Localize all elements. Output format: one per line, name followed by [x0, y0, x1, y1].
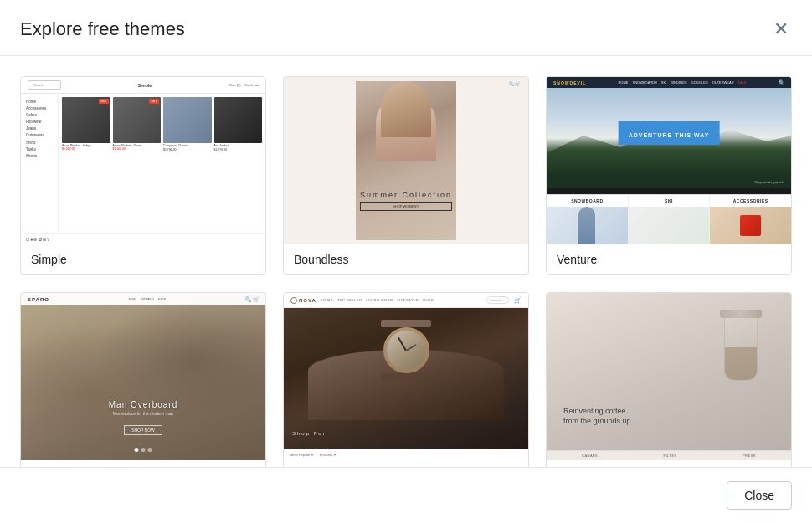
theme-preview-boundless: Bar+Co. 🔍 🛒 Summer Collection SHOP WOMEN… — [284, 77, 528, 244]
nova-nav-link: LIVING MOOD — [366, 298, 393, 302]
theme-name-simple: Simple — [21, 244, 265, 274]
sidebar-item: Shorts — [26, 153, 53, 160]
product-price: $1,100.00 — [113, 147, 162, 151]
nova-footer-link: Products ▾ — [320, 453, 336, 457]
venture-subtitle: Shop winter_jackets — [754, 180, 784, 184]
theme-card-plato[interactable]: ☰ PLATO 🔍 🛒 — [546, 292, 792, 491]
close-icon-button[interactable]: ✕ — [770, 17, 792, 42]
sidebar-item: Home — [26, 99, 53, 105]
close-x-icon: ✕ — [773, 20, 789, 38]
sparo-text-overlay: Man Overboard Marketplace for the modern… — [21, 400, 265, 435]
plato-nav-item: FILTER — [663, 454, 676, 458]
sparo-dot — [148, 448, 152, 452]
nova-nav-links: HOME TOP SELLER LIVING MOOD LIFESTYLE BL… — [321, 298, 481, 302]
venture-nav-links: HOME SNOWBOARDS SKI BINDINGS GOGGLES OUT… — [618, 80, 746, 85]
theme-preview-simple: Simple. Cart (0) · Check out Home Access… — [21, 77, 265, 244]
boundless-shop-button: SHOP WOMEN'S — [360, 202, 452, 211]
nova-footer-links: Most Popular ▾ Products ▾ — [284, 449, 528, 460]
themes-grid: Simple. Cart (0) · Check out Home Access… — [20, 76, 792, 491]
nova-hero-bg — [284, 308, 528, 449]
modal-header: Explore free themes ✕ — [0, 0, 812, 56]
venture-categories: SNOWBOARD SKI ACCESSORIES — [547, 194, 791, 207]
boundless-text-overlay: Summer Collection SHOP WOMEN'S — [360, 191, 452, 211]
venture-nav: SNOWDEVIL HOME SNOWBOARDS SKI BINDINGS G… — [547, 77, 791, 88]
product-image: SALE — [113, 97, 162, 143]
nova-logo-icon — [290, 297, 297, 304]
sparo-carousel-dots — [135, 448, 152, 452]
modal-title: Explore free themes — [20, 18, 185, 40]
modal-footer: Close — [0, 467, 812, 523]
venture-accessories-img — [710, 207, 791, 244]
sparo-bg — [21, 293, 265, 460]
nova-footer-link: Most Popular ▾ — [290, 453, 313, 457]
nova-nav-link: TOP SELLER — [337, 298, 362, 302]
simple-product: SALE Arrow Blanket - Indigo $1,300.00 — [62, 97, 110, 230]
sparo-title: Man Overboard — [21, 400, 265, 409]
product-image — [163, 97, 212, 143]
close-button[interactable]: Close — [727, 481, 792, 510]
simple-product: Compound Classic $1,786.00 — [163, 97, 212, 230]
modal-content: Simple. Cart (0) · Check out Home Access… — [0, 56, 812, 523]
venture-mountain: ADVENTURE THIS WAY Shop winter_jackets — [547, 88, 791, 188]
nova-nav-link: LIFESTYLE — [398, 298, 419, 302]
plato-product-image — [712, 310, 770, 410]
theme-card-sparo[interactable]: SPARO MEN WOMEN KIDS 🔍 🛒 — [20, 292, 266, 491]
simple-product: Ace Jacket $1,776.00 — [214, 97, 263, 230]
simple-sidebar-content: Home Accessories Colors Footwear Jeans O… — [21, 94, 265, 233]
venture-nav-link: HOME — [618, 80, 628, 85]
product-price: $1,786.00 — [163, 148, 212, 151]
sidebar-item: Tanks — [26, 146, 53, 153]
plato-bg: Reinventing coffeefrom the grounds up — [547, 293, 791, 460]
plato-tagline: Reinventing coffeefrom the grounds up — [563, 406, 631, 427]
simple-search — [28, 80, 61, 90]
theme-card-simple[interactable]: Simple. Cart (0) · Check out Home Access… — [20, 76, 266, 275]
venture-nav-link: BINDINGS — [671, 80, 686, 85]
venture-category-images — [547, 207, 791, 244]
boundless-nav-right: 🔍 🛒 — [509, 81, 520, 86]
venture-nav-link: OUTERWEAR — [712, 80, 734, 85]
product-price: $1,776.00 — [214, 148, 263, 151]
theme-preview-plato: ☰ PLATO 🔍 🛒 — [547, 293, 791, 460]
sparo-dot — [141, 448, 146, 452]
plato-nav-item: PRESS — [743, 454, 756, 458]
sale-badge: SALE — [99, 99, 109, 104]
sidebar-item: Shirts — [26, 140, 53, 146]
theme-name-venture: Venture — [547, 244, 791, 274]
theme-preview-venture: SNOWDEVIL HOME SNOWBOARDS SKI BINDINGS G… — [547, 77, 791, 244]
nova-hero: Shop For — [284, 308, 528, 449]
simple-nav-right: Cart (0) · Check out — [229, 83, 259, 87]
venture-snowboard-img — [547, 207, 629, 244]
sparo-shop-btn: SHOP NOW — [124, 425, 162, 435]
modal-overlay: Explore free themes ✕ Simple. Cart (0) ·… — [0, 0, 812, 523]
venture-logo: SNOWDEVIL — [553, 80, 586, 85]
theme-card-venture[interactable]: SNOWDEVIL HOME SNOWBOARDS SKI BINDINGS G… — [546, 76, 792, 275]
plato-text-overlay: Reinventing coffeefrom the grounds up — [563, 406, 631, 427]
venture-nav-link: SNOWBOARDS — [632, 80, 656, 85]
theme-card-nova[interactable]: NOVA HOME TOP SELLER LIVING MOOD LIFESTY… — [283, 292, 529, 491]
venture-banner: ADVENTURE THIS WAY — [619, 121, 720, 145]
sidebar-item: Jeans — [26, 126, 53, 132]
nova-cart-icon: 🛒 — [514, 297, 522, 304]
sidebar-item: Accessories — [26, 105, 53, 112]
venture-nav-link: GOGGLES — [691, 80, 708, 85]
nova-nav: NOVA HOME TOP SELLER LIVING MOOD LIFESTY… — [284, 293, 528, 308]
nova-nav-link: BLOG — [423, 298, 434, 302]
sparo-dot — [135, 448, 139, 452]
theme-card-boundless[interactable]: Bar+Co. 🔍 🛒 Summer Collection SHOP WOMEN… — [283, 76, 529, 275]
venture-hero: ADVENTURE THIS WAY Shop winter_jackets — [547, 88, 791, 194]
nova-logo-text: NOVA — [299, 298, 316, 303]
product-name: Ace Jacket — [214, 144, 263, 147]
product-price: $1,300.00 — [62, 147, 110, 151]
nova-search: search... — [486, 296, 509, 304]
nova-nav-link: HOME — [321, 298, 333, 302]
explore-themes-modal: Explore free themes ✕ Simple. Cart (0) ·… — [0, 0, 812, 523]
sidebar-item: Colors — [26, 112, 53, 119]
plato-nav-item: CANAPE — [582, 454, 598, 458]
product-name: Compound Classic — [163, 144, 212, 147]
boundless-model-image — [356, 81, 456, 240]
nova-logo: NOVA — [290, 297, 316, 304]
sparo-items-overlay — [21, 293, 265, 460]
venture-category-snowboard: SNOWBOARD — [547, 195, 629, 207]
product-image — [214, 97, 263, 143]
theme-name-boundless: Boundless — [284, 244, 528, 274]
